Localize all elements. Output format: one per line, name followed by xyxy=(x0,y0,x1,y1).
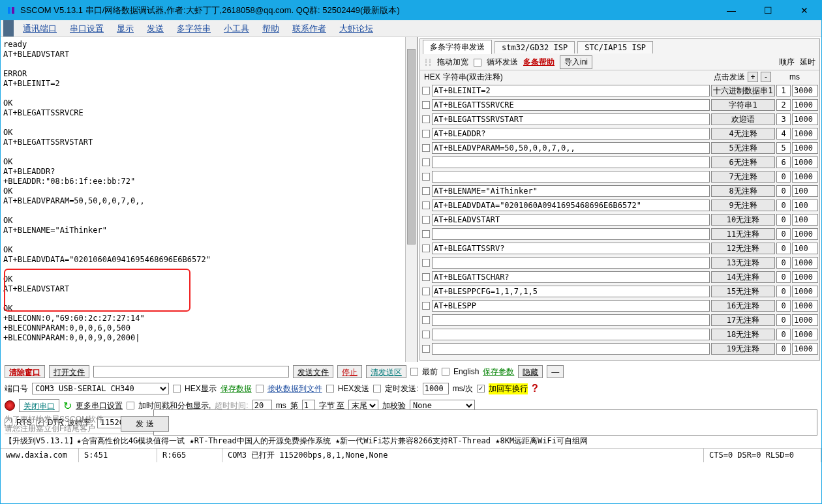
row-delay-input[interactable] xyxy=(792,200,818,211)
row-seq-input[interactable] xyxy=(776,228,791,240)
row-hex-checkbox[interactable] xyxy=(422,259,430,267)
stop-button[interactable]: 停止 xyxy=(337,365,362,378)
record-icon[interactable] xyxy=(5,400,15,411)
row-command-input[interactable] xyxy=(432,200,710,211)
minus-button[interactable]: - xyxy=(761,72,771,82)
menu-contact[interactable]: 联系作者 xyxy=(286,23,333,35)
send-file-button[interactable]: 发送文件 xyxy=(293,365,333,378)
row-command-input[interactable] xyxy=(432,343,710,355)
menu-port[interactable]: 通讯端口 xyxy=(16,23,63,35)
save-data-link[interactable]: 保存数据 xyxy=(221,383,252,394)
row-send-button[interactable]: 5无注释 xyxy=(711,142,775,154)
minimize-button[interactable]: — xyxy=(720,4,743,17)
row-command-input[interactable] xyxy=(432,300,710,312)
row-command-input[interactable] xyxy=(432,156,710,168)
row-hex-checkbox[interactable] xyxy=(422,245,430,252)
row-seq-input[interactable] xyxy=(776,142,791,154)
close-port-button[interactable]: 关闭串口 xyxy=(19,399,59,412)
row-send-button[interactable]: 欢迎语 xyxy=(711,113,775,125)
row-seq-input[interactable] xyxy=(776,286,791,297)
row-seq-input[interactable] xyxy=(776,314,791,326)
row-hex-checkbox[interactable] xyxy=(422,173,430,181)
terminal-scrollbar[interactable] xyxy=(405,37,417,362)
row-command-input[interactable] xyxy=(432,99,710,111)
row-command-input[interactable] xyxy=(432,329,710,340)
row-hex-checkbox[interactable] xyxy=(422,288,430,295)
english-checkbox[interactable] xyxy=(442,368,449,376)
row-seq-input[interactable] xyxy=(776,343,791,355)
row-send-button[interactable]: 9无注释 xyxy=(711,200,775,211)
row-command-input[interactable] xyxy=(432,185,710,197)
row-seq-input[interactable] xyxy=(776,257,791,269)
refresh-icon[interactable]: ↻ xyxy=(63,400,72,412)
row-send-button[interactable]: 17无注释 xyxy=(711,314,775,326)
row-seq-input[interactable] xyxy=(776,171,791,183)
row-hex-checkbox[interactable] xyxy=(422,158,430,166)
row-seq-input[interactable] xyxy=(776,113,791,125)
row-command-input[interactable] xyxy=(432,286,710,297)
row-command-input[interactable] xyxy=(432,271,710,283)
row-hex-checkbox[interactable] xyxy=(422,115,430,123)
terminal-output[interactable]: ready AT+BLEADVSTART ERROR AT+BLEINIT=2 … xyxy=(1,37,405,362)
row-delay-input[interactable] xyxy=(792,171,818,183)
row-hex-checkbox[interactable] xyxy=(422,331,430,338)
row-seq-input[interactable] xyxy=(776,185,791,197)
timed-value-input[interactable] xyxy=(423,383,449,394)
row-command-input[interactable] xyxy=(432,128,710,140)
row-delay-input[interactable] xyxy=(792,99,818,111)
row-hex-checkbox[interactable] xyxy=(422,273,430,281)
row-send-button[interactable]: 18无注释 xyxy=(711,329,775,340)
row-hex-checkbox[interactable] xyxy=(422,316,430,324)
row-delay-input[interactable] xyxy=(792,271,818,283)
minimize-panel-button[interactable]: — xyxy=(547,365,564,378)
row-delay-input[interactable] xyxy=(792,314,818,326)
row-delay-input[interactable] xyxy=(792,156,818,168)
row-seq-input[interactable] xyxy=(776,99,791,111)
loop-send-checkbox[interactable] xyxy=(474,59,481,67)
row-send-button[interactable]: 16无注释 xyxy=(711,300,775,312)
topmost-checkbox[interactable] xyxy=(410,368,418,376)
recv-to-file-label[interactable]: 接收数据到文件 xyxy=(267,383,322,394)
row-delay-input[interactable] xyxy=(792,329,818,340)
timed-send-checkbox[interactable] xyxy=(373,385,381,393)
close-button[interactable]: ✕ xyxy=(793,4,816,17)
help-icon[interactable]: ? xyxy=(532,383,538,394)
row-send-button[interactable]: 10无注释 xyxy=(711,214,775,226)
save-params-link[interactable]: 保存参数 xyxy=(483,366,514,378)
row-seq-input[interactable] xyxy=(776,243,791,254)
row-hex-checkbox[interactable] xyxy=(422,201,430,209)
row-seq-input[interactable] xyxy=(776,128,791,140)
row-send-button[interactable]: 8无注释 xyxy=(711,185,775,197)
more-settings-link[interactable]: 更多串口设置 xyxy=(76,400,123,411)
menu-tools[interactable]: 小工具 xyxy=(217,23,256,35)
row-hex-checkbox[interactable] xyxy=(422,187,430,195)
menu-send[interactable]: 发送 xyxy=(140,23,170,35)
row-delay-input[interactable] xyxy=(792,228,818,240)
menu-display[interactable]: 显示 xyxy=(110,23,140,35)
tab-multisend[interactable]: 多条字符串发送 xyxy=(423,40,492,54)
row-seq-input[interactable] xyxy=(776,329,791,340)
row-hex-checkbox[interactable] xyxy=(422,130,430,138)
menu-serial-settings[interactable]: 串口设置 xyxy=(63,23,110,35)
file-path-input[interactable] xyxy=(93,366,289,378)
clear-window-button[interactable]: 清除窗口 xyxy=(5,365,45,378)
row-hex-checkbox[interactable] xyxy=(422,230,430,238)
row-hex-checkbox[interactable] xyxy=(422,345,430,353)
row-send-button[interactable]: 7无注释 xyxy=(711,171,775,183)
row-hex-checkbox[interactable] xyxy=(422,87,430,95)
row-command-input[interactable] xyxy=(432,85,710,96)
timestamp-checkbox[interactable] xyxy=(127,402,134,409)
row-delay-input[interactable] xyxy=(792,185,818,197)
row-delay-input[interactable] xyxy=(792,142,818,154)
recv-to-file-checkbox[interactable] xyxy=(256,385,264,393)
row-send-button[interactable]: 15无注释 xyxy=(711,286,775,297)
row-hex-checkbox[interactable] xyxy=(422,216,430,224)
row-send-button[interactable]: 6无注释 xyxy=(711,156,775,168)
row-delay-input[interactable] xyxy=(792,257,818,269)
row-command-input[interactable] xyxy=(432,214,710,226)
row-command-input[interactable] xyxy=(432,113,710,125)
row-send-button[interactable]: 4无注释 xyxy=(711,128,775,140)
clear-send-button[interactable]: 清发送区 xyxy=(366,365,406,378)
tab-stc[interactable]: STC/IAP15 ISP xyxy=(577,41,653,53)
port-select[interactable]: COM3 USB-SERIAL CH340 xyxy=(32,383,169,394)
